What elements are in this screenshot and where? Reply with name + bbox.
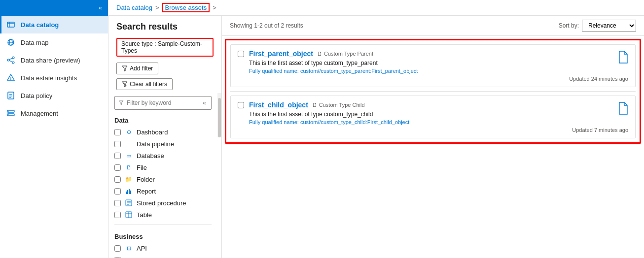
add-filter-label: Add filter [130,65,153,72]
filter-item-database[interactable]: ▭ Database [108,150,217,161]
filter-folder-label: Folder [137,176,155,183]
filter-data-pipeline-label: Data pipeline [137,140,174,148]
filter-api-checkbox[interactable] [114,245,121,252]
filter-scrollbar [217,93,221,137]
breadcrumb-bar: Data catalog > Browse assets > [108,0,644,16]
api-icon: ⊡ [125,244,133,252]
result-1-fqn: Fully qualified name: custom//custom_typ… [249,68,559,74]
sidebar-collapse-button[interactable]: « [97,3,104,12]
svg-rect-28 [129,189,130,194]
sidebar-item-data-catalog-label: Data catalog [21,21,59,29]
sidebar-item-data-estate-label: Data estate insights [21,74,77,82]
svg-rect-27 [127,190,128,194]
active-filter-chip[interactable]: Source type : Sample-Custom-Types [116,38,214,57]
folder-icon: 📁 [125,175,133,183]
keyword-filter-box: « [114,96,212,110]
filter-dashboard-checkbox[interactable] [114,129,121,135]
data-catalog-icon [6,20,16,30]
result-2-fqn: Fully qualified name: custom//custom_typ… [249,119,562,125]
filter-file-checkbox[interactable] [114,164,121,171]
svg-rect-29 [130,191,131,194]
result-card-1: First_parent_object 🗋 Custom Type Parent… [230,44,636,87]
clear-all-filters-button[interactable]: Clear all filters [116,78,173,90]
filter-item-report[interactable]: Report [108,185,217,197]
sidebar-item-management-label: Management [21,110,58,117]
svg-rect-0 [7,22,14,27]
add-filter-button[interactable]: Add filter [116,63,158,74]
result-2-type-badge: 🗋 Custom Type Child [312,102,365,108]
svg-point-20 [8,111,9,112]
svg-marker-25 [119,101,123,104]
results-container: First_parent_object 🗋 Custom Type Parent… [225,39,641,144]
filter-database-label: Database [137,152,164,160]
filter-item-table[interactable]: Table [108,209,217,221]
breadcrumb-current[interactable]: Browse assets [162,3,210,12]
svg-line-10 [9,61,12,62]
main-content: Data catalog > Browse assets > Search re… [108,0,644,258]
filter-item-dashboard[interactable]: ⊙ Dashboard [108,126,217,138]
svg-rect-14 [8,92,14,99]
filter-item-file[interactable]: 🗋 File [108,161,217,173]
filter-folder-checkbox[interactable] [114,176,121,183]
sidebar-item-data-catalog[interactable]: Data catalog [0,16,108,33]
sidebar: « Data catalog Data map [0,0,108,258]
sidebar-item-data-map-label: Data map [21,39,48,46]
data-pipeline-icon: ≡ [125,140,133,148]
filter-data-pipeline-checkbox[interactable] [114,141,121,147]
result-2-body: First_child_object 🗋 Custom Type Child T… [249,101,562,125]
sidebar-item-data-policy[interactable]: Data policy [0,87,108,104]
filter-application-service-label: Application service [137,257,190,258]
result-1-type-badge: 🗋 Custom Type Parent [317,51,373,57]
page-title: Search results [108,16,221,35]
filter-item-stored-procedure[interactable]: Stored procedure [108,197,217,209]
keyword-filter-icon [119,100,124,106]
result-1-description: This is the first asset of type custom_t… [249,60,559,66]
result-2-checkbox[interactable] [238,102,244,108]
sidebar-item-data-estate[interactable]: Data estate insights [0,69,108,87]
svg-point-13 [10,79,11,80]
result-2-updated: Updated 7 minutes ago [572,127,628,133]
svg-point-7 [7,59,9,61]
stored-procedure-icon [125,199,133,207]
sort-select[interactable]: Relevance Name Last updated [582,20,636,32]
filter-report-label: Report [137,188,156,195]
database-icon: ▭ [125,152,133,160]
breadcrumb-parent[interactable]: Data catalog [116,4,152,11]
collapse-panel-button[interactable]: « [202,98,207,107]
filter-panel: Search results Source type : Sample-Cust… [108,16,222,258]
sidebar-item-management[interactable]: Management [0,104,108,122]
filter-table-checkbox[interactable] [114,212,121,218]
filter-file-label: File [137,164,147,171]
result-1-checkbox[interactable] [238,51,244,57]
result-1-file-icon [617,51,628,66]
filter-section-business-title: Business [108,229,217,242]
file-icon: 🗋 [125,163,133,171]
results-header: Showing 1-2 out of 2 results Sort by: Re… [222,16,644,36]
keyword-filter-input[interactable] [127,99,199,106]
breadcrumb-separator: > [155,4,159,11]
filter-database-checkbox[interactable] [114,153,121,159]
clear-filter-icon [122,81,128,87]
sidebar-item-data-map[interactable]: Data map [0,33,108,51]
result-2-type-label: Custom Type Child [319,102,365,108]
data-policy-icon [6,91,16,100]
result-1-type-icon: 🗋 [317,51,322,57]
result-1-body: First_parent_object 🗋 Custom Type Parent… [249,50,559,74]
result-2-description: This is the first asset of type custom_t… [249,111,562,118]
filter-action-row: Add filter Clear all filters [108,60,221,93]
clear-all-filters-label: Clear all filters [130,81,167,88]
filter-item-api[interactable]: ⊡ API [108,242,217,254]
filter-report-checkbox[interactable] [114,188,121,194]
filter-table-label: Table [137,211,152,219]
result-1-title[interactable]: First_parent_object [249,50,313,58]
result-2-title[interactable]: First_child_object [249,101,308,109]
filter-item-folder[interactable]: 📁 Folder [108,173,217,185]
svg-point-8 [12,62,14,64]
sidebar-item-data-share[interactable]: Data share (preview) [0,51,108,69]
filter-stored-procedure-checkbox[interactable] [114,200,121,206]
content-area: Search results Source type : Sample-Cust… [108,16,644,258]
table-icon [125,211,133,219]
filter-item-data-pipeline[interactable]: ≡ Data pipeline [108,138,217,150]
filter-item-application-service[interactable]: ⊞ Application service [108,254,217,258]
svg-point-21 [8,114,9,115]
